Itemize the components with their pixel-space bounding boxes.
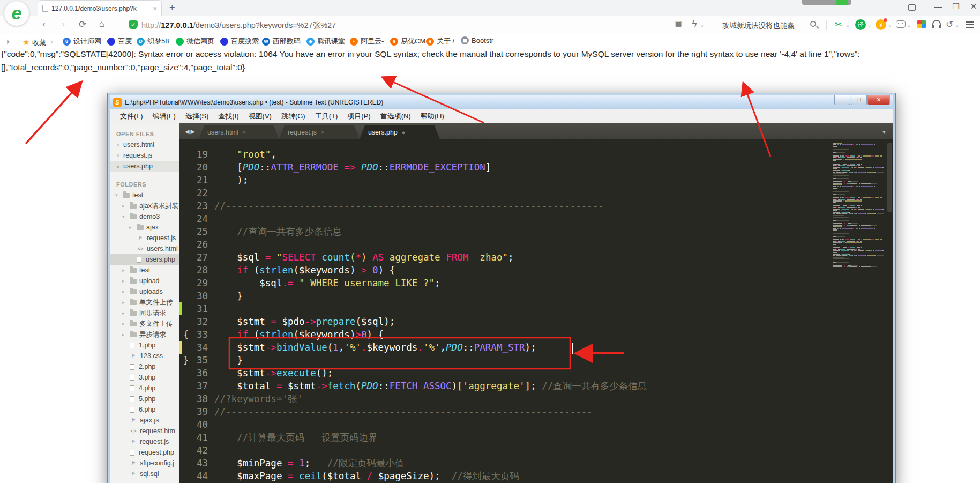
disclosure-arrow-icon[interactable]: ▸ xyxy=(122,321,127,326)
minimize-button[interactable]: — xyxy=(931,2,945,11)
disclosure-arrow-icon[interactable]: ▸ xyxy=(122,267,127,273)
disclosure-arrow-icon[interactable]: ▸ xyxy=(122,310,127,316)
chevron-down-icon[interactable]: ˅ xyxy=(868,24,871,29)
tree-file-row[interactable]: 2.php xyxy=(110,361,179,372)
close-button[interactable]: ✕ xyxy=(867,95,890,105)
editor-tab[interactable]: users.html× xyxy=(199,125,279,139)
code-line[interactable]: 32 $stmt = $pdo->prepare($sql); xyxy=(179,315,893,328)
tree-file-row[interactable]: 6.php xyxy=(110,404,179,415)
tree-file-row[interactable]: 1.php xyxy=(110,340,179,351)
code-line[interactable]: 37 $total = $stmt->fetch(PDO::FETCH_ASSO… xyxy=(179,380,893,392)
menu-item[interactable]: 跳转(G) xyxy=(276,112,310,121)
code-line[interactable]: 40 xyxy=(179,418,893,431)
tree-folder-row[interactable]: ▸同步请求 xyxy=(110,308,179,318)
code-line[interactable]: 44 $maxPage = ceil($total / $pageSize); … xyxy=(179,470,893,482)
tree-file-row[interactable]: /*123.css xyxy=(110,351,179,361)
refresh-icon[interactable]: ⟳ xyxy=(76,19,89,30)
disclosure-arrow-icon[interactable]: ▾ xyxy=(122,214,127,219)
bookmark-item[interactable]: ◆腾讯课堂 xyxy=(306,36,345,46)
code-line[interactable]: 23//------------------------------------… xyxy=(179,199,893,212)
code-line[interactable]: 25 //查询一共有多少条信息 xyxy=(179,225,893,238)
chevron-down-icon[interactable]: ˅ xyxy=(50,39,53,44)
menu-item[interactable]: 工具(T) xyxy=(310,112,343,121)
home-icon[interactable]: ⌂ xyxy=(95,19,108,29)
code-line[interactable]: 27 $sql = "SELECT count(*) AS aggregate … xyxy=(179,251,893,264)
open-file-row[interactable]: ●users.php xyxy=(110,161,179,172)
disclosure-arrow-icon[interactable]: ▸ xyxy=(122,300,127,305)
code-line[interactable]: }35 } xyxy=(179,354,893,367)
disclosure-arrow-icon[interactable]: ▾ xyxy=(115,192,120,198)
tab-dirty-icon[interactable]: ● xyxy=(402,129,406,136)
code-line[interactable]: 39//------------------------------------… xyxy=(179,405,893,418)
bookmark-item[interactable]: e易优CM xyxy=(390,36,425,46)
code-line[interactable]: {33 if (strlen($keywords)>0) { xyxy=(179,328,893,341)
code-line[interactable]: 20 [PDO::ATTR_ERRMODE => PDO::ERRMODE_EX… xyxy=(179,161,893,174)
code-line[interactable]: 22 xyxy=(179,187,893,199)
skin-icon[interactable] xyxy=(908,4,916,11)
forward-icon[interactable]: › xyxy=(57,19,70,29)
disclosure-arrow-icon[interactable]: ▸ xyxy=(122,289,127,294)
menu-item[interactable]: 编辑(E) xyxy=(148,112,181,121)
menu-item[interactable]: 文件(F) xyxy=(115,112,148,121)
code-line[interactable]: 34 $stmt->bindValue(1,'%'.$keywords.'%',… xyxy=(179,341,893,354)
tree-file-row[interactable]: request.php xyxy=(110,447,179,458)
bookmark-item[interactable]: ▦Bootstr xyxy=(461,36,493,44)
tree-folder-row[interactable]: ▾test xyxy=(110,190,179,200)
hot-search-text[interactable]: 攻城新玩法没将也能赢 xyxy=(722,21,795,31)
disclosure-arrow-icon[interactable]: ▸ xyxy=(122,203,127,209)
tab-close-icon[interactable]: × xyxy=(153,4,157,12)
disclosure-arrow-icon[interactable]: ▸ xyxy=(122,278,127,284)
minimize-button[interactable]: — xyxy=(834,95,850,105)
code-line[interactable]: 29 $sql.= " WHERE username LIKE ?"; xyxy=(179,277,893,289)
dirty-dot-icon[interactable]: ● xyxy=(115,164,121,169)
code-line[interactable]: 42 xyxy=(179,444,893,457)
tree-file-row[interactable]: 5.php xyxy=(110,393,179,404)
undo-icon[interactable]: ↺ xyxy=(943,19,956,30)
editor-scrollbar[interactable] xyxy=(887,143,892,212)
tree-folder-row[interactable]: ▸upload xyxy=(110,276,179,286)
tree-file-row[interactable]: 3.php xyxy=(110,372,179,383)
tree-folder-row[interactable]: ▾demo3 xyxy=(110,211,179,222)
bookmark-item[interactable]: 百度搜索 xyxy=(220,36,259,46)
tree-file-row[interactable]: <>request.htm xyxy=(110,426,179,436)
app-grid-icon[interactable] xyxy=(917,20,926,28)
bookmarks-expand-icon[interactable]: ⏵ xyxy=(6,38,10,46)
menu-item[interactable]: 首选项(N) xyxy=(376,112,416,121)
search-icon[interactable] xyxy=(810,21,816,27)
editor-tab[interactable]: request.js× xyxy=(279,125,360,139)
code-line[interactable]: 36 $stmt->execute(); xyxy=(179,367,893,380)
menu-item[interactable]: 查找(I) xyxy=(213,112,243,121)
chevron-down-icon[interactable]: ˅ xyxy=(701,24,704,29)
menu-item[interactable]: 选择(S) xyxy=(181,112,213,121)
bookmark-item[interactable]: e关于 / xyxy=(426,36,454,46)
menu-item[interactable]: 项目(P) xyxy=(342,112,375,121)
menu-item[interactable]: 视图(V) xyxy=(244,112,276,121)
tree-folder-row[interactable]: ▸异步请求 xyxy=(110,329,179,340)
tree-file-row[interactable]: 4.php xyxy=(110,383,179,393)
lightning-icon[interactable]: ϟ xyxy=(688,19,701,29)
menu-icon[interactable] xyxy=(966,21,974,23)
tree-file-row[interactable]: /*request.js xyxy=(110,233,179,243)
browser-logo-icon[interactable]: e xyxy=(4,1,29,26)
open-file-row[interactable]: ×users.html xyxy=(110,139,179,150)
chevron-down-icon[interactable]: ˅ xyxy=(956,24,959,29)
chevron-down-icon[interactable]: ˅ xyxy=(847,24,849,29)
scissors-icon[interactable]: ✂ xyxy=(835,19,842,29)
tree-folder-row[interactable]: ▸test xyxy=(110,265,179,276)
close-icon[interactable]: × xyxy=(115,142,121,148)
new-tab-button[interactable]: + xyxy=(169,2,175,13)
translate-icon[interactable]: 译 xyxy=(855,19,866,30)
code-line[interactable]: 19 "root", xyxy=(179,148,893,161)
tree-file-row[interactable]: users.php xyxy=(110,254,179,265)
code-line[interactable]: 38//?keywords='张' xyxy=(179,392,893,405)
tree-folder-row[interactable]: ▸ajax请求封装 xyxy=(110,200,179,211)
maximize-button[interactable]: ❐ xyxy=(851,95,867,105)
favorites-button[interactable]: 收藏 xyxy=(32,38,46,48)
chevron-down-icon[interactable]: ˅ xyxy=(888,24,891,29)
chevron-down-icon[interactable]: ˅ xyxy=(908,24,910,29)
tree-file-row[interactable]: /*sftp-config.j xyxy=(110,458,179,469)
bookmark-item[interactable]: 微信网页 xyxy=(176,36,214,46)
close-icon[interactable]: × xyxy=(115,153,121,159)
maximize-button[interactable]: ❐ xyxy=(949,2,963,11)
code-line[interactable]: 41 //计算最大页码 设置页码边界 xyxy=(179,431,893,444)
